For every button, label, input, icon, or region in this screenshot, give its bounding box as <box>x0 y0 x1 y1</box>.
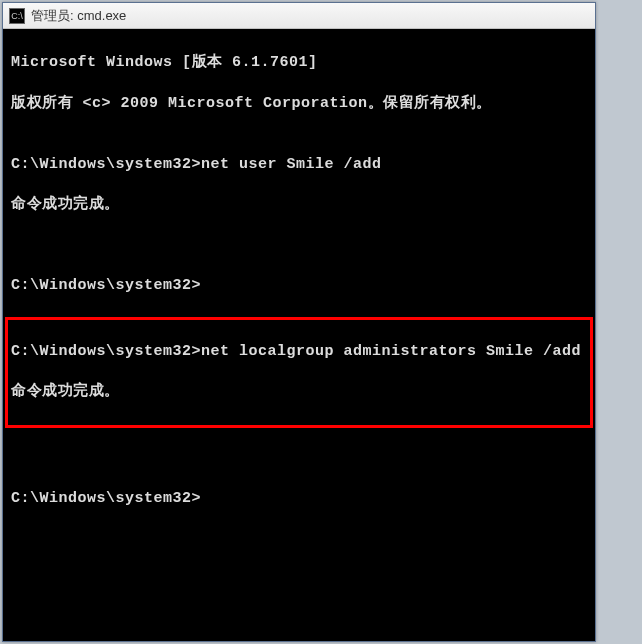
command-text: net user Smile /add <box>201 156 382 173</box>
console-line: C:\Windows\system32>net localgroup admin… <box>11 342 587 362</box>
highlight-box: C:\Windows\system32>net localgroup admin… <box>5 317 593 428</box>
cmd-window: C:\ 管理员: cmd.exe Microsoft Windows [版本 6… <box>2 2 596 642</box>
titlebar[interactable]: C:\ 管理员: cmd.exe <box>3 3 595 29</box>
console-line: 命令成功完成。 <box>11 195 587 215</box>
console-line: Microsoft Windows [版本 6.1.7601] <box>11 53 587 73</box>
command-text: net localgroup administrators Smile /add <box>201 343 581 360</box>
cmd-icon: C:\ <box>9 8 25 24</box>
console-line: C:\Windows\system32> <box>11 276 587 296</box>
console-line: 版权所有 <c> 2009 Microsoft Corporation。保留所有… <box>11 94 587 114</box>
window-title: 管理员: cmd.exe <box>31 7 126 25</box>
prompt: C:\Windows\system32> <box>11 343 201 360</box>
prompt: C:\Windows\system32> <box>11 156 201 173</box>
console-line: 命令成功完成。 <box>11 382 587 402</box>
console-output[interactable]: Microsoft Windows [版本 6.1.7601] 版权所有 <c>… <box>3 29 595 641</box>
console-line: C:\Windows\system32> <box>11 489 587 509</box>
console-line: C:\Windows\system32>net user Smile /add <box>11 155 587 175</box>
